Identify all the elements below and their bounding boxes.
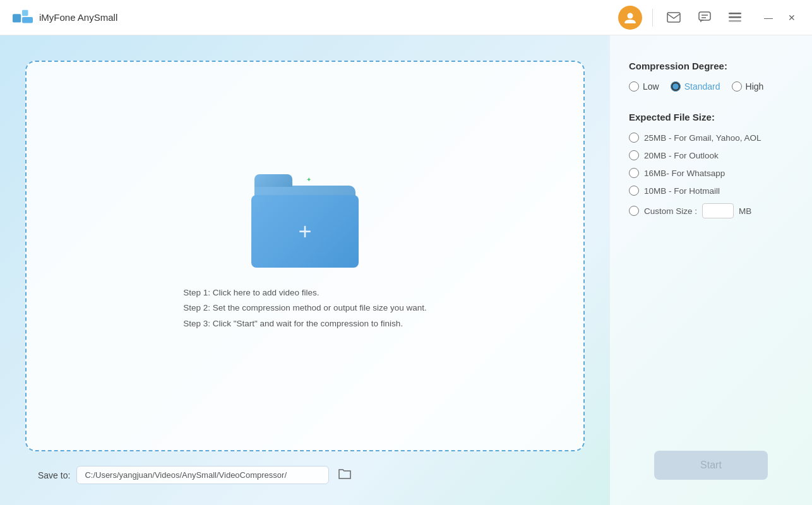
file-size-options: 25MB - For Gmail, Yahoo, AOL 20MB - For … xyxy=(629,133,793,218)
svg-rect-8 xyxy=(729,13,741,15)
svg-rect-2 xyxy=(22,17,33,23)
folder-illustration: ✦ ✦ ✦ ✦ + xyxy=(242,167,368,274)
compression-high[interactable]: High xyxy=(732,81,764,92)
filesize-16mb[interactable]: 16MB- For Whatsapp xyxy=(629,168,793,178)
mail-button[interactable] xyxy=(663,9,684,25)
sparkle-3: ✦ xyxy=(306,176,311,183)
compression-title: Compression Degree: xyxy=(629,61,793,71)
app-title: iMyFone AnySmall xyxy=(39,12,117,23)
filesize-20mb-label: 20MB - For Outlook xyxy=(644,151,719,160)
custom-size-input[interactable] xyxy=(702,203,734,218)
start-button[interactable]: Start xyxy=(654,451,768,480)
titlebar-right: — ✕ xyxy=(618,6,799,30)
compression-high-radio[interactable] xyxy=(732,81,742,92)
svg-rect-9 xyxy=(729,16,741,18)
browse-folder-button[interactable] xyxy=(335,464,354,486)
right-panel: Compression Degree: Low Standard High Ex… xyxy=(610,35,812,505)
divider xyxy=(652,9,653,27)
compression-standard-radio[interactable] xyxy=(671,81,681,92)
window-controls: — ✕ xyxy=(760,10,799,25)
custom-size-row: Custom Size : MB xyxy=(644,203,751,218)
compression-low-label: Low xyxy=(643,81,659,92)
main-container: ✦ ✦ ✦ ✦ + Step 1: Click xyxy=(0,35,812,505)
compression-low[interactable]: Low xyxy=(629,81,659,92)
chat-button[interactable] xyxy=(695,9,715,27)
filesize-10mb[interactable]: 10MB - For Hotmaill xyxy=(629,186,793,196)
start-btn-container: Start xyxy=(629,451,793,480)
mb-label: MB xyxy=(739,206,751,216)
left-panel: ✦ ✦ ✦ ✦ + Step 1: Click xyxy=(0,35,610,505)
svg-point-3 xyxy=(628,13,633,18)
app-logo xyxy=(13,10,33,25)
save-row: Save to: xyxy=(25,464,585,486)
filesize-16mb-radio[interactable] xyxy=(629,168,639,178)
menu-button[interactable] xyxy=(725,10,745,25)
filesize-custom-radio[interactable] xyxy=(629,206,639,216)
folder-plus-icon: + xyxy=(298,218,311,245)
compression-standard-label: Standard xyxy=(684,81,720,92)
folder-front: + xyxy=(251,195,359,268)
step-3: Step 3: Click "Start" and wait for the c… xyxy=(183,318,427,330)
titlebar-left: iMyFone AnySmall xyxy=(13,10,117,25)
avatar-icon[interactable] xyxy=(618,6,642,30)
filesize-20mb[interactable]: 20MB - For Outlook xyxy=(629,150,793,160)
compression-high-label: High xyxy=(746,81,764,92)
save-label: Save to: xyxy=(38,470,70,480)
filesize-10mb-radio[interactable] xyxy=(629,186,639,196)
filesize-16mb-label: 16MB- For Whatsapp xyxy=(644,169,725,178)
svg-rect-1 xyxy=(22,9,28,15)
filesize-25mb-label: 25MB - For Gmail, Yahoo, AOL xyxy=(644,133,761,143)
close-button[interactable]: ✕ xyxy=(784,10,799,25)
steps-text: Step 1: Click here to add video files. S… xyxy=(158,287,452,333)
save-path-input[interactable] xyxy=(76,466,329,484)
drop-zone[interactable]: ✦ ✦ ✦ ✦ + Step 1: Click xyxy=(25,61,585,451)
titlebar: iMyFone AnySmall xyxy=(0,0,812,35)
compression-low-radio[interactable] xyxy=(629,81,639,92)
minimize-button[interactable]: — xyxy=(760,10,777,25)
filesize-20mb-radio[interactable] xyxy=(629,150,639,160)
svg-rect-0 xyxy=(13,14,21,22)
filesize-25mb[interactable]: 25MB - For Gmail, Yahoo, AOL xyxy=(629,133,793,143)
step-2: Step 2: Set the compression method or ou… xyxy=(183,302,427,314)
compression-radio-group: Low Standard High xyxy=(629,81,793,92)
compression-standard[interactable]: Standard xyxy=(671,81,720,92)
filesize-title: Expected File Size: xyxy=(629,112,793,122)
svg-rect-5 xyxy=(699,12,710,20)
svg-rect-10 xyxy=(729,20,741,22)
filesize-custom-label: Custom Size : xyxy=(644,206,697,216)
filesize-25mb-radio[interactable] xyxy=(629,133,639,143)
filesize-custom[interactable]: Custom Size : MB xyxy=(629,203,793,218)
step-1: Step 1: Click here to add video files. xyxy=(183,287,427,299)
svg-rect-4 xyxy=(667,13,680,22)
filesize-10mb-label: 10MB - For Hotmaill xyxy=(644,186,720,196)
